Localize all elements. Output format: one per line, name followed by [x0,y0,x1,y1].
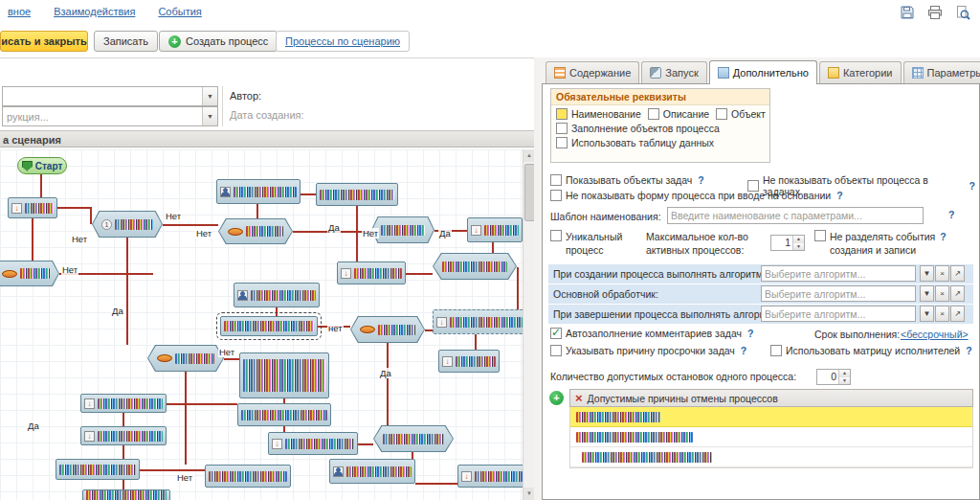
instruction-input-top[interactable] [3,87,202,105]
checkbox-box[interactable] [550,174,562,186]
task-node[interactable] [329,459,415,484]
checkbox-autofill-comments[interactable]: Автозаполнение комментариев задач ? [550,328,753,339]
task-node[interactable]: ↓ [268,432,358,455]
task-node[interactable] [220,316,318,336]
help-link[interactable]: ? [966,345,971,356]
decision-node[interactable] [371,216,434,243]
save-button[interactable]: Записать [94,31,158,52]
add-row-button[interactable]: + [549,391,564,405]
task-node[interactable] [205,465,291,488]
checkbox-item[interactable]: Использовать таблицу данных [556,137,714,148]
task-node[interactable]: ↓ [80,394,167,413]
task-node[interactable] [316,183,398,206]
tab-content[interactable]: Содержание [546,61,639,83]
panel-splitter[interactable] [534,57,542,500]
task-node[interactable]: ↓ [337,261,406,284]
table-row[interactable] [570,447,972,467]
decision-node[interactable] [373,425,454,452]
cancel-reasons-header[interactable]: × Допустимые причины отмены процессов [569,389,973,407]
save-and-close-button[interactable]: исать и закрыть [0,31,88,52]
help-link[interactable]: ? [741,345,746,356]
help-link[interactable]: ? [969,180,975,192]
checkbox-item[interactable]: Объект [716,108,766,120]
checkbox-box[interactable] [556,123,568,134]
help-link[interactable]: ? [747,328,753,339]
chevron-down-icon[interactable]: ▼ [920,265,934,282]
decision-node[interactable]: 1 [92,211,163,238]
checkbox-no-split-events[interactable]: Не разделять события ? создания и записи [814,230,947,257]
create-process-button[interactable]: + Создать процесс [159,31,278,52]
name-template-input[interactable] [667,207,924,224]
checkbox-hide-form-on-basis[interactable]: Не показывать форму процесса при вводе н… [550,190,843,201]
spin-up-icon[interactable]: ▲ [839,370,850,377]
chevron-down-icon[interactable]: ▼ [920,306,934,322]
chevron-down-icon[interactable]: ▼ [202,107,217,125]
clear-icon[interactable]: × [935,265,949,282]
checkbox-item[interactable]: Заполнение объектов процесса [556,123,720,134]
checkbox-box[interactable] [716,108,727,120]
spin-down-icon[interactable]: ▼ [793,243,804,251]
checkbox-overdue-reason[interactable]: Указывать причину просрочки задач ? [550,345,746,356]
save-icon[interactable] [898,3,917,22]
decision-node[interactable] [433,253,517,280]
chevron-down-icon[interactable]: ▼ [920,285,934,302]
tab-parameters[interactable]: Параметры [903,61,980,83]
open-icon[interactable]: ↗ [950,265,965,282]
task-node[interactable] [234,283,320,307]
algorithm-select-input[interactable] [761,265,916,282]
start-node[interactable]: Старт [17,157,67,174]
open-icon[interactable]: ↗ [950,306,965,322]
clear-icon[interactable]: × [935,285,949,302]
help-link[interactable]: ? [940,231,946,242]
decision-node[interactable] [350,316,425,343]
checkbox-use-matrix[interactable]: Использовать матрицу исполнителей ? [770,345,972,356]
algorithm-select-input[interactable] [761,306,916,322]
task-node[interactable]: ↓ [467,217,523,242]
help-link[interactable]: ? [836,190,842,201]
tab-categories[interactable]: Категории [819,61,902,83]
table-row[interactable] [570,427,972,447]
instruction-input[interactable] [3,107,202,125]
decision-node[interactable] [218,218,293,244]
task-node[interactable]: ↓ [80,426,167,445]
checkbox-box[interactable] [550,190,562,201]
table-row[interactable] [570,407,972,427]
checkbox-box[interactable] [814,230,826,241]
clear-icon[interactable]: × [935,306,949,322]
task-node[interactable]: ↓ [433,309,523,334]
tab-launch[interactable]: Запуск [641,61,706,83]
checkbox-box[interactable] [556,137,568,148]
processes-by-scenario-button[interactable]: Процессы по сценарию [276,31,410,52]
deadline-link[interactable]: <бессрочный> [901,329,969,340]
nav-link-2[interactable]: События [158,6,201,17]
map-vertical-scrollbar[interactable]: ▲ ▼ [523,149,534,500]
help-link[interactable]: ? [698,174,703,186]
task-node[interactable] [237,403,331,426]
task-node[interactable] [82,489,170,500]
nav-link-0[interactable]: вное [8,6,31,17]
task-node[interactable]: ↓ [457,465,523,488]
max-active-value[interactable]: 1 [771,236,792,250]
nav-link-1[interactable]: Взаимодействия [54,6,135,17]
task-node[interactable]: ↓ [8,197,57,218]
algorithm-select-input[interactable] [761,285,916,302]
spin-down-icon[interactable]: ▼ [839,377,850,385]
checkbox-box[interactable] [550,230,562,241]
print-icon[interactable] [925,3,945,22]
checkbox-unique-process[interactable]: Уникальный процесс [550,230,638,257]
task-node[interactable] [239,352,329,398]
task-node[interactable] [216,179,301,204]
checkbox-box-checked[interactable] [550,328,562,339]
checkbox-box[interactable] [770,345,782,356]
task-node[interactable]: ↓ [438,350,500,373]
decision-node[interactable] [147,345,224,372]
scenario-map-canvas[interactable]: Старт↓1↓↓↓↓↓↓↓↓НетНетНетДаНетДаНетДанетН… [0,149,523,500]
find-icon[interactable] [953,3,972,22]
checkbox-box[interactable] [550,345,562,356]
help-link[interactable]: ? [948,209,954,220]
stops-value[interactable]: 0 [817,370,838,384]
chevron-down-icon[interactable]: ▼ [202,87,217,105]
checkbox-show-task-objects[interactable]: Показывать объекты задач ? [550,174,704,186]
checkbox-box[interactable] [556,108,568,120]
spin-up-icon[interactable]: ▲ [793,236,804,243]
